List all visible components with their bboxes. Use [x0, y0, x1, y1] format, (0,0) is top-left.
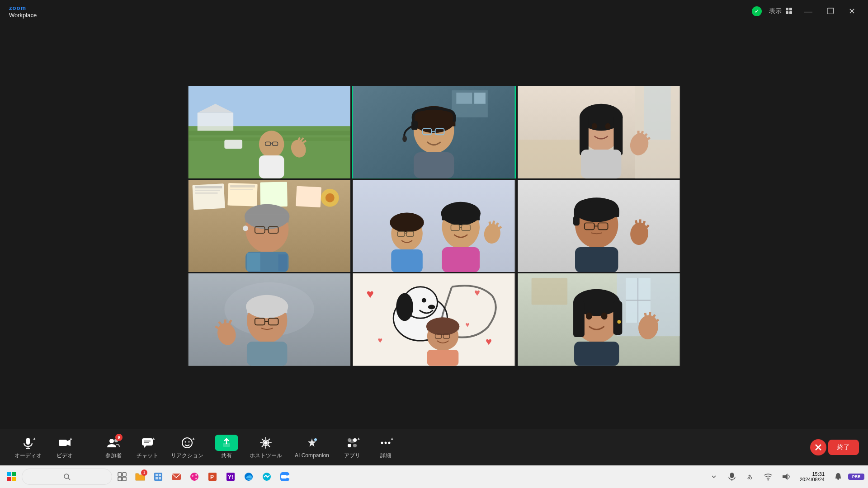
- svg-point-126: [428, 305, 435, 310]
- toolbar-audio[interactable]: ▲ オーディオ: [9, 433, 47, 462]
- svg-rect-64: [245, 214, 288, 222]
- svg-rect-20: [224, 140, 242, 149]
- svg-rect-157: [26, 438, 30, 445]
- svg-rect-143: [531, 278, 567, 305]
- svg-rect-23: [457, 93, 472, 104]
- svg-point-148: [586, 313, 592, 320]
- apps-caret[interactable]: ▲: [357, 436, 360, 441]
- toolbar-apps[interactable]: ▲ アプリ: [336, 433, 368, 462]
- svg-text:♥: ♥: [367, 287, 374, 301]
- tile-4-canvas: [188, 180, 351, 272]
- svg-rect-59: [296, 186, 321, 207]
- svg-rect-82: [442, 211, 480, 220]
- svg-rect-24: [474, 93, 486, 104]
- svg-text:Y!: Y!: [228, 474, 233, 480]
- tray-expand[interactable]: [706, 469, 722, 485]
- svg-rect-53: [195, 190, 220, 191]
- ai-icon: [305, 436, 319, 450]
- start-button[interactable]: [4, 469, 20, 485]
- taskbar-edge[interactable]: [241, 469, 257, 485]
- toolbar-hosttools[interactable]: ホストツール: [244, 433, 288, 462]
- taskbar-powerpoint[interactable]: P: [204, 469, 221, 485]
- svg-rect-193: [123, 477, 126, 481]
- tile-3-canvas: [517, 86, 680, 178]
- video-tile-4[interactable]: [188, 180, 351, 272]
- taskbar-search[interactable]: [22, 469, 112, 485]
- svg-rect-191: [123, 473, 126, 476]
- reaction-caret[interactable]: ▲: [192, 436, 195, 441]
- audio-caret[interactable]: ▲: [33, 436, 36, 441]
- taskbar-paint[interactable]: [186, 469, 203, 485]
- task-view-button[interactable]: [114, 469, 130, 485]
- toolbar-share[interactable]: ▲ 共有: [211, 433, 242, 462]
- tray-notification[interactable]: [830, 469, 846, 485]
- svg-rect-164: [142, 438, 153, 446]
- display-button[interactable]: 表示: [769, 7, 793, 15]
- participants-icon: ▲ 9: [106, 436, 121, 450]
- toolbar-ai[interactable]: AI Companion: [289, 433, 335, 461]
- main-content: ♥ ♥ ♥ ♥ ♥: [0, 23, 868, 429]
- security-shield-icon[interactable]: ✓: [752, 6, 762, 16]
- end-x-button[interactable]: [810, 439, 826, 455]
- end-button[interactable]: 終了: [828, 440, 859, 455]
- toolbar-reaction[interactable]: ▲ リアクション: [165, 433, 209, 462]
- taskbar-files[interactable]: 1: [132, 469, 148, 485]
- svg-text:♥: ♥: [466, 321, 470, 329]
- video-tile-9[interactable]: [517, 273, 680, 366]
- toolbar-video[interactable]: ▲ ビデオ: [49, 433, 80, 462]
- svg-point-43: [605, 123, 610, 129]
- maximize-button[interactable]: ❐: [823, 5, 838, 18]
- tile-2-canvas: [352, 86, 515, 178]
- video-tile-3[interactable]: [517, 86, 680, 178]
- video-icon-toolbar: ▲: [57, 436, 72, 450]
- video-tile-7[interactable]: [188, 273, 351, 366]
- tray-pre[interactable]: PRE: [848, 474, 864, 480]
- video-tile-8[interactable]: ♥ ♥ ♥ ♥ ♥: [352, 273, 515, 366]
- svg-point-180: [385, 441, 387, 444]
- taskbar-zoom[interactable]: [277, 469, 293, 485]
- svg-rect-213: [730, 473, 734, 478]
- share-caret[interactable]: ▲: [231, 436, 235, 441]
- video-tile-5[interactable]: [352, 180, 515, 272]
- toolbar-participants[interactable]: ▲ 9 参加者: [98, 433, 129, 462]
- tray-volume[interactable]: [778, 469, 794, 485]
- apps-label: アプリ: [344, 452, 360, 460]
- svg-rect-187: [12, 477, 16, 481]
- svg-rect-137: [427, 350, 459, 366]
- svg-rect-150: [574, 342, 619, 366]
- tile-1-canvas: [188, 86, 351, 178]
- files-badge: 1: [141, 469, 147, 476]
- video-tile-1[interactable]: [188, 86, 351, 178]
- video-caret[interactable]: ▲: [69, 436, 73, 441]
- more-caret[interactable]: ▲: [390, 436, 394, 441]
- taskbar-clock[interactable]: 15:31 2024/08/24: [796, 471, 828, 482]
- svg-rect-96: [573, 216, 580, 225]
- toolbar-more[interactable]: ▲ 詳細: [370, 433, 401, 462]
- svg-rect-36: [644, 86, 671, 140]
- svg-point-174: [314, 438, 317, 441]
- svg-line-102: [636, 220, 637, 225]
- svg-rect-192: [118, 477, 122, 481]
- taskbar-mail[interactable]: [168, 469, 184, 485]
- video-tile-2[interactable]: [352, 86, 515, 178]
- taskbar-explorer[interactable]: [150, 469, 166, 485]
- title-bar: zoom Workplace ✓ 表示 — ❐ ✕: [0, 0, 868, 23]
- tray-wifi[interactable]: [760, 469, 776, 485]
- video-tile-6[interactable]: [517, 180, 680, 272]
- close-button[interactable]: ✕: [845, 5, 859, 18]
- svg-rect-37: [518, 140, 590, 178]
- svg-rect-56: [230, 185, 255, 188]
- taskbar-unknown[interactable]: [259, 469, 275, 485]
- minimize-button[interactable]: —: [801, 5, 816, 18]
- tray-language[interactable]: あ: [742, 469, 758, 485]
- svg-point-172: [264, 441, 268, 445]
- toolbar-chat[interactable]: ▲ チャット: [131, 433, 164, 462]
- tray-mic[interactable]: [724, 469, 740, 485]
- svg-rect-194: [154, 473, 162, 481]
- svg-point-65: [243, 225, 248, 231]
- svg-point-149: [601, 313, 607, 320]
- chat-caret[interactable]: ▲: [152, 436, 156, 441]
- reaction-icon: ▲: [180, 436, 194, 450]
- taskbar-yahoo[interactable]: Y!: [222, 469, 239, 485]
- taskbar: 1 P Y!: [0, 465, 868, 488]
